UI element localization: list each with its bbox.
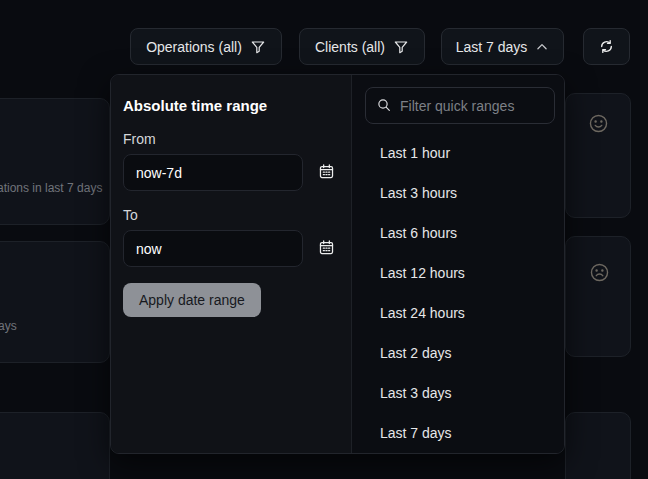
stats-card-errors: [565, 236, 631, 357]
clients-filter-label: Clients (all): [315, 39, 385, 55]
smiley-face-icon: [588, 113, 609, 138]
from-calendar-button[interactable]: [318, 163, 335, 183]
quick-range-option[interactable]: Last 12 hours: [365, 253, 555, 293]
operations-filter-button[interactable]: Operations (all): [130, 28, 282, 65]
clients-filter-button[interactable]: Clients (all): [299, 28, 425, 65]
funnel-icon: [250, 39, 266, 55]
from-input[interactable]: [123, 154, 303, 191]
funnel-icon: [393, 39, 409, 55]
quick-ranges-section: Last 1 hour Last 3 hours Last 6 hours La…: [352, 75, 564, 453]
absolute-time-range-heading: Absolute time range: [123, 97, 339, 114]
time-range-button[interactable]: Last 7 days: [441, 28, 564, 65]
refresh-button[interactable]: [583, 28, 630, 65]
stats-card-left-2: ays: [0, 241, 110, 363]
quick-range-option[interactable]: Last 2 days: [365, 333, 555, 373]
time-range-label: Last 7 days: [456, 39, 528, 55]
to-label: To: [123, 207, 339, 223]
from-label: From: [123, 131, 339, 147]
refresh-icon: [598, 38, 615, 55]
stats-card-success: [565, 93, 631, 218]
absolute-time-range-section: Absolute time range From To: [111, 75, 352, 453]
operations-filter-label: Operations (all): [146, 39, 242, 55]
quick-ranges-list: Last 1 hour Last 3 hours Last 6 hours La…: [365, 133, 555, 453]
to-calendar-button[interactable]: [318, 239, 335, 259]
stats-card-right-3: [565, 412, 631, 479]
time-range-picker-dropdown: Absolute time range From To: [110, 74, 565, 454]
stats-card-left-3: [0, 412, 110, 479]
calendar-icon: [318, 163, 335, 183]
stats-card-subtitle: ays: [0, 319, 17, 333]
quick-range-option[interactable]: Last 3 hours: [365, 173, 555, 213]
quick-range-option[interactable]: Last 3 days: [365, 373, 555, 413]
quick-range-option[interactable]: Last 1 hour: [365, 133, 555, 173]
quick-range-option[interactable]: Last 24 hours: [365, 293, 555, 333]
quick-range-option[interactable]: Last 6 hours: [365, 213, 555, 253]
frown-face-icon: [589, 262, 610, 287]
chevron-up-icon: [535, 40, 549, 54]
apply-date-range-button[interactable]: Apply date range: [123, 283, 261, 317]
stats-card-subtitle: ations in last 7 days: [0, 181, 102, 195]
to-input[interactable]: [123, 230, 303, 267]
quick-range-option[interactable]: Last 7 days: [365, 413, 555, 453]
quick-ranges-filter-input[interactable]: [365, 87, 555, 124]
stats-card-operations: ations in last 7 days: [0, 98, 110, 225]
calendar-icon: [318, 239, 335, 259]
